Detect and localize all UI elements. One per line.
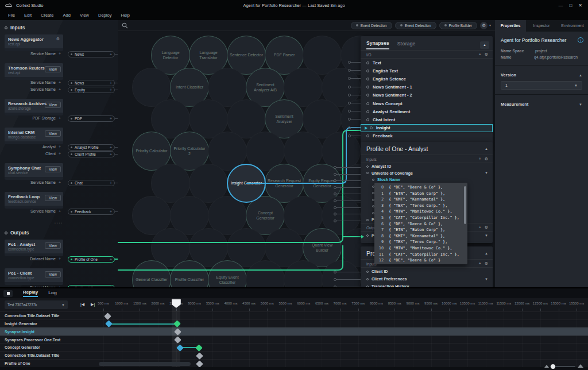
- menu-item-file[interactable]: File: [3, 13, 20, 18]
- tab-log[interactable]: Log: [48, 290, 57, 296]
- add-icon[interactable]: +: [479, 52, 481, 57]
- synapse-pill[interactable]: Client Profile+: [68, 151, 115, 157]
- close-button[interactable]: ✕: [578, 3, 582, 8]
- view-button[interactable]: View: [45, 166, 61, 172]
- popup-scrollbar[interactable]: [464, 186, 466, 224]
- synapse-item-english-text[interactable]: English Text: [361, 67, 493, 75]
- pill-add-icon[interactable]: +: [110, 145, 114, 149]
- synapse-pill[interactable]: Equity+: [68, 87, 115, 93]
- menu-item-edit[interactable]: Edit: [20, 13, 36, 18]
- add-icon[interactable]: +: [479, 225, 481, 230]
- menu-item-create[interactable]: Create: [36, 13, 59, 18]
- connector-card-box[interactable]: Symphony Chatchat.serviceView: [5, 163, 63, 180]
- client-item-client-preferences[interactable]: Client Preferences▼: [361, 275, 493, 283]
- connector-card-box[interactable]: Research Archivesazure.storageView: [5, 99, 63, 115]
- tab-storage[interactable]: Storage: [397, 41, 416, 49]
- toolbar-pill-event-detection[interactable]: Event Detection: [351, 22, 392, 29]
- timeline-tracks[interactable]: Connection Title.Dataset TitleInsight Ge…: [0, 311, 588, 367]
- synapse-item-news-sentiment-2[interactable]: News Sentiment - 2: [361, 91, 493, 99]
- add-port-icon[interactable]: +: [59, 80, 61, 84]
- event-summary-bar[interactable]: [99, 362, 191, 366]
- synapse-item-analyst-sentiment[interactable]: Analyst Sentiment: [361, 107, 493, 115]
- synapse-item-text[interactable]: Text: [361, 59, 493, 67]
- skip-forward-button[interactable]: ▶|: [91, 302, 95, 307]
- view-button[interactable]: View: [45, 102, 61, 108]
- add-icon[interactable]: +: [479, 261, 481, 266]
- add-port-icon[interactable]: +: [59, 209, 61, 213]
- view-button[interactable]: View: [45, 195, 61, 201]
- zoom-slider-knob[interactable]: [551, 364, 555, 369]
- gear-icon[interactable]: ⚙: [485, 52, 488, 57]
- event-diamond-green[interactable]: [195, 344, 203, 352]
- sidebar-resize-handle[interactable]: ••••: [0, 221, 118, 225]
- synapse-pill[interactable]: Chat+: [68, 180, 115, 186]
- collapse-icon[interactable]: ▲: [485, 252, 488, 255]
- tab-environment[interactable]: Environment: [557, 20, 588, 32]
- canvas-settings-button[interactable]: ⚙ ▼: [480, 22, 492, 29]
- synapse-item-news-concept[interactable]: News Concept: [361, 99, 493, 107]
- stop-button[interactable]: [3, 290, 13, 297]
- pill-add-icon[interactable]: +: [110, 181, 114, 185]
- synapse-pill[interactable]: News+: [68, 80, 115, 86]
- add-port-icon[interactable]: +: [59, 52, 61, 56]
- collapse-icon[interactable]: ▲: [485, 147, 488, 151]
- toolbar-pill-event-detection[interactable]: Event Detection: [395, 22, 436, 29]
- tab-replay[interactable]: Replay: [23, 290, 38, 297]
- add-port-icon[interactable]: +: [59, 257, 61, 261]
- synapse-pill[interactable]: PDF+: [68, 115, 115, 122]
- pill-add-icon[interactable]: +: [110, 257, 114, 261]
- maximize-button[interactable]: □: [569, 3, 572, 8]
- tab-synapses[interactable]: Synapses: [366, 40, 389, 49]
- view-button[interactable]: View: [45, 242, 61, 249]
- event-diamond-gray[interactable]: [196, 352, 203, 360]
- synapse-item-news-sentiment-1[interactable]: News Sentiment - 1: [361, 83, 493, 91]
- gear-icon[interactable]: ⚙: [485, 157, 488, 161]
- search-icon[interactable]: [122, 22, 128, 29]
- connector-card-box[interactable]: Feedback Loopfeedback.serviceView: [5, 192, 63, 209]
- synapse-pill[interactable]: News+: [68, 51, 115, 57]
- analyst-item-universe-of-coverage[interactable]: Universe of Coverage▼: [361, 170, 493, 177]
- zoom-in-icon[interactable]: [578, 364, 583, 368]
- synapse-pill[interactable]: Feedback+: [68, 209, 115, 215]
- view-button[interactable]: View: [45, 130, 61, 137]
- connector-card-box[interactable]: News Aggregatorrest.api⚙: [5, 34, 63, 51]
- menu-item-view[interactable]: View: [75, 13, 94, 18]
- info-icon[interactable]: i: [578, 37, 583, 43]
- event-diamond-gray[interactable]: [196, 360, 203, 367]
- connector-card-box[interactable]: Internal CRMmongo.databaseView: [5, 128, 63, 144]
- minimize-button[interactable]: —: [558, 3, 563, 8]
- gear-icon[interactable]: ⚙: [56, 37, 60, 41]
- connector-card-box[interactable]: Thomson Reutersrest.apiView: [5, 63, 63, 80]
- event-diamond-gray[interactable]: [104, 313, 111, 320]
- pill-add-icon[interactable]: +: [110, 117, 114, 121]
- menu-item-add[interactable]: Add: [59, 13, 75, 18]
- connector-card-box[interactable]: Po1 - Analystconnection.typeView: [5, 240, 63, 256]
- view-button[interactable]: View: [45, 271, 61, 278]
- synapse-item-feedback[interactable]: Feedback: [361, 132, 493, 140]
- skip-back-button[interactable]: |◀: [80, 302, 84, 307]
- track-row-concept-generator[interactable]: Concept Generator: [0, 343, 588, 351]
- client-item-transaction-history[interactable]: Transaction History: [361, 283, 493, 287]
- version-section-header[interactable]: Version ▲: [495, 70, 588, 80]
- tab-inspector[interactable]: Inspector: [526, 20, 557, 32]
- synapse-pill[interactable]: Profile of One+: [68, 256, 115, 263]
- measurement-section-header[interactable]: Measurement ▼: [495, 99, 588, 109]
- gear-icon[interactable]: ⚙: [485, 225, 488, 230]
- toolbar-pill-profile-builder[interactable]: Profile Builder: [439, 22, 477, 29]
- track-row-insight-generator[interactable]: Insight Generator: [0, 319, 588, 327]
- add-port-icon[interactable]: +: [59, 152, 61, 156]
- pill-add-icon[interactable]: +: [110, 88, 114, 92]
- version-select[interactable]: 1 ▼: [501, 81, 582, 90]
- menu-item-help[interactable]: Help: [116, 13, 134, 18]
- view-button[interactable]: View: [45, 66, 61, 72]
- gear-icon[interactable]: ⚙: [485, 261, 488, 266]
- pill-add-icon[interactable]: +: [110, 210, 114, 214]
- add-port-icon[interactable]: +: [59, 116, 61, 120]
- track-row-connection-title-dataset-title[interactable]: Connection Title.Dataset Title: [0, 311, 588, 319]
- synapse-item-english-setence[interactable]: English Setence: [361, 75, 493, 83]
- analyst-item-analyst-id[interactable]: Analyst ID: [361, 163, 493, 170]
- test-run-select[interactable]: Test 7307a47237k ▼: [5, 300, 68, 309]
- track-row-profile-of-one[interactable]: Profile of One: [0, 359, 588, 367]
- synapse-item-insight[interactable]: Insight: [361, 124, 493, 132]
- add-port-icon[interactable]: +: [59, 87, 61, 91]
